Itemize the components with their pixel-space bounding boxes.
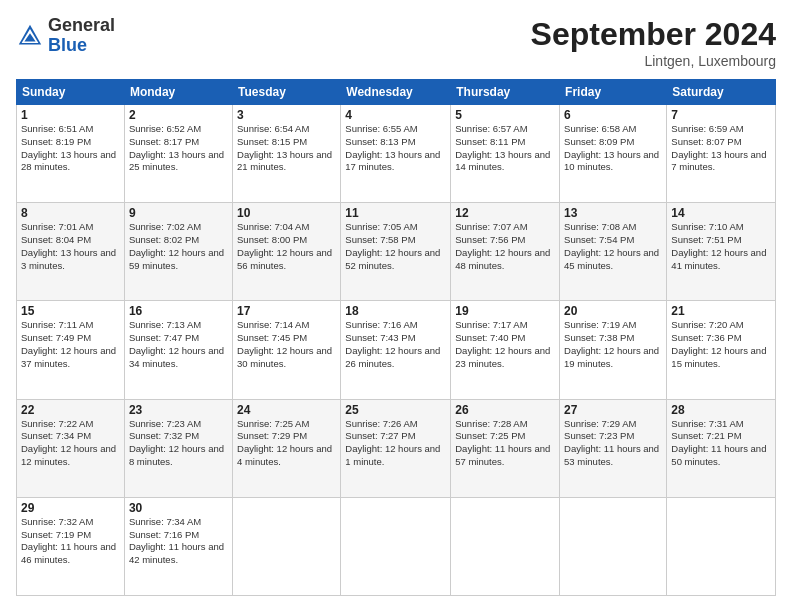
- title-block: September 2024 Lintgen, Luxembourg: [531, 16, 776, 69]
- logo-blue: Blue: [48, 35, 87, 55]
- empty-cell: [667, 497, 776, 595]
- day-9: 9 Sunrise: 7:02 AMSunset: 8:02 PMDayligh…: [124, 203, 232, 301]
- day-24: 24 Sunrise: 7:25 AMSunset: 7:29 PMDaylig…: [233, 399, 341, 497]
- empty-cell: [451, 497, 560, 595]
- table-row: 1 Sunrise: 6:51 AMSunset: 8:19 PMDayligh…: [17, 105, 776, 203]
- day-5: 5 Sunrise: 6:57 AMSunset: 8:11 PMDayligh…: [451, 105, 560, 203]
- page: General Blue September 2024 Lintgen, Lux…: [0, 0, 792, 612]
- logo-general: General: [48, 15, 115, 35]
- day-10: 10 Sunrise: 7:04 AMSunset: 8:00 PMDaylig…: [233, 203, 341, 301]
- day-19: 19 Sunrise: 7:17 AMSunset: 7:40 PMDaylig…: [451, 301, 560, 399]
- empty-cell: [560, 497, 667, 595]
- day-29: 29 Sunrise: 7:32 AMSunset: 7:19 PMDaylig…: [17, 497, 125, 595]
- day-17: 17 Sunrise: 7:14 AMSunset: 7:45 PMDaylig…: [233, 301, 341, 399]
- day-11: 11 Sunrise: 7:05 AMSunset: 7:58 PMDaylig…: [341, 203, 451, 301]
- empty-cell: [341, 497, 451, 595]
- col-wednesday: Wednesday: [341, 80, 451, 105]
- day-6: 6 Sunrise: 6:58 AMSunset: 8:09 PMDayligh…: [560, 105, 667, 203]
- table-row: 8 Sunrise: 7:01 AMSunset: 8:04 PMDayligh…: [17, 203, 776, 301]
- day-1: 1 Sunrise: 6:51 AMSunset: 8:19 PMDayligh…: [17, 105, 125, 203]
- location: Lintgen, Luxembourg: [531, 53, 776, 69]
- day-8: 8 Sunrise: 7:01 AMSunset: 8:04 PMDayligh…: [17, 203, 125, 301]
- col-sunday: Sunday: [17, 80, 125, 105]
- month-title: September 2024: [531, 16, 776, 53]
- day-23: 23 Sunrise: 7:23 AMSunset: 7:32 PMDaylig…: [124, 399, 232, 497]
- day-3: 3 Sunrise: 6:54 AMSunset: 8:15 PMDayligh…: [233, 105, 341, 203]
- table-row: 22 Sunrise: 7:22 AMSunset: 7:34 PMDaylig…: [17, 399, 776, 497]
- col-saturday: Saturday: [667, 80, 776, 105]
- day-12: 12 Sunrise: 7:07 AMSunset: 7:56 PMDaylig…: [451, 203, 560, 301]
- day-2: 2 Sunrise: 6:52 AMSunset: 8:17 PMDayligh…: [124, 105, 232, 203]
- logo-text: General Blue: [48, 16, 115, 56]
- table-row: 29 Sunrise: 7:32 AMSunset: 7:19 PMDaylig…: [17, 497, 776, 595]
- day-13: 13 Sunrise: 7:08 AMSunset: 7:54 PMDaylig…: [560, 203, 667, 301]
- col-friday: Friday: [560, 80, 667, 105]
- calendar-table: Sunday Monday Tuesday Wednesday Thursday…: [16, 79, 776, 596]
- day-14: 14 Sunrise: 7:10 AMSunset: 7:51 PMDaylig…: [667, 203, 776, 301]
- day-30: 30 Sunrise: 7:34 AMSunset: 7:16 PMDaylig…: [124, 497, 232, 595]
- day-25: 25 Sunrise: 7:26 AMSunset: 7:27 PMDaylig…: [341, 399, 451, 497]
- empty-cell: [233, 497, 341, 595]
- day-20: 20 Sunrise: 7:19 AMSunset: 7:38 PMDaylig…: [560, 301, 667, 399]
- col-thursday: Thursday: [451, 80, 560, 105]
- day-4: 4 Sunrise: 6:55 AMSunset: 8:13 PMDayligh…: [341, 105, 451, 203]
- col-tuesday: Tuesday: [233, 80, 341, 105]
- logo-icon: [16, 22, 44, 50]
- day-27: 27 Sunrise: 7:29 AMSunset: 7:23 PMDaylig…: [560, 399, 667, 497]
- table-row: 15 Sunrise: 7:11 AMSunset: 7:49 PMDaylig…: [17, 301, 776, 399]
- logo: General Blue: [16, 16, 115, 56]
- day-18: 18 Sunrise: 7:16 AMSunset: 7:43 PMDaylig…: [341, 301, 451, 399]
- day-28: 28 Sunrise: 7:31 AMSunset: 7:21 PMDaylig…: [667, 399, 776, 497]
- header-row: Sunday Monday Tuesday Wednesday Thursday…: [17, 80, 776, 105]
- day-22: 22 Sunrise: 7:22 AMSunset: 7:34 PMDaylig…: [17, 399, 125, 497]
- day-26: 26 Sunrise: 7:28 AMSunset: 7:25 PMDaylig…: [451, 399, 560, 497]
- day-16: 16 Sunrise: 7:13 AMSunset: 7:47 PMDaylig…: [124, 301, 232, 399]
- header: General Blue September 2024 Lintgen, Lux…: [16, 16, 776, 69]
- col-monday: Monday: [124, 80, 232, 105]
- day-21: 21 Sunrise: 7:20 AMSunset: 7:36 PMDaylig…: [667, 301, 776, 399]
- day-15: 15 Sunrise: 7:11 AMSunset: 7:49 PMDaylig…: [17, 301, 125, 399]
- day-7: 7 Sunrise: 6:59 AMSunset: 8:07 PMDayligh…: [667, 105, 776, 203]
